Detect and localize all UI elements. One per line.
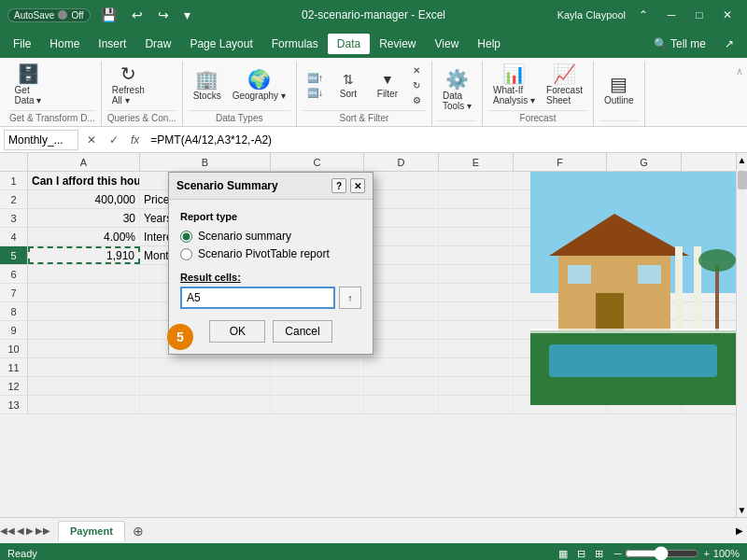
dialog-close-button[interactable]: ✕ — [350, 178, 365, 193]
advanced-button[interactable]: ⚙ — [408, 93, 426, 107]
refresh-all-button[interactable]: ↻ RefreshAll ▾ — [107, 62, 149, 108]
ribbon-buttons-queries: ↻ RefreshAll ▾ — [107, 62, 176, 108]
menu-draw[interactable]: Draw — [135, 34, 180, 54]
share-button[interactable]: ↗ — [715, 34, 743, 54]
maximize-button[interactable]: □ — [687, 3, 712, 27]
right-scrollbar[interactable]: ▲ ▼ — [736, 153, 747, 517]
sheet-main: A B C D E F G 1 Can I afford this house? — [0, 153, 736, 517]
menu-home[interactable]: Home — [40, 34, 89, 54]
ribbon-display-icon[interactable]: ⌃ — [631, 3, 655, 27]
menu-bar: File Home Insert Draw Page Layout Formul… — [0, 30, 747, 58]
stocks-button[interactable]: 🏢 Stocks — [189, 67, 226, 104]
menu-page-layout[interactable]: Page Layout — [180, 34, 261, 54]
result-cells-input[interactable] — [180, 287, 335, 309]
sheet-scroll-next-btn[interactable]: ▶ — [26, 525, 34, 536]
forecast-sheet-button[interactable]: 📈 ForecastSheet — [542, 62, 587, 108]
menu-review[interactable]: Review — [370, 34, 425, 54]
data-tools-label: DataTools ▾ — [443, 91, 472, 111]
result-cells-input-row: ↑ — [180, 287, 361, 309]
close-button[interactable]: ✕ — [715, 3, 740, 27]
ok-button[interactable]: OK — [209, 320, 265, 343]
zoom-minus-btn[interactable]: ─ — [614, 548, 622, 559]
dialog-buttons: OK Cancel — [180, 320, 361, 343]
customize-icon[interactable]: ▾ — [179, 6, 195, 24]
collapse-button[interactable]: ↑ — [339, 287, 361, 309]
radio-scenario-summary[interactable]: Scenario summary — [180, 230, 361, 243]
sort-za-button[interactable]: 🔤↓ — [303, 86, 328, 100]
minimize-button[interactable]: ─ — [659, 3, 684, 27]
autosave-toggle[interactable]: AutoSave Off — [7, 8, 91, 22]
geography-label: Geography ▾ — [233, 91, 286, 101]
radio-pivottable-input[interactable] — [180, 248, 192, 260]
geography-button[interactable]: 🌍 Geography ▾ — [228, 67, 290, 104]
clear-icon: ✕ — [413, 65, 420, 76]
sheet-scroll-prev-btn[interactable]: ◀ — [17, 525, 24, 536]
dialog-title-icons: ? ✕ — [331, 178, 365, 193]
data-tools-button[interactable]: ⚙️ DataTools ▾ — [438, 67, 476, 114]
get-data-button[interactable]: 🗄️ GetData ▾ — [9, 62, 47, 108]
undo-icon[interactable]: ↩ — [127, 6, 148, 24]
menu-data[interactable]: Data — [328, 34, 370, 54]
scroll-up-btn[interactable]: ▲ — [736, 153, 747, 167]
menu-tell-me[interactable]: 🔍 Tell me — [644, 34, 715, 54]
cancel-button[interactable]: Cancel — [273, 320, 331, 343]
dialog-help-button[interactable]: ? — [331, 178, 346, 193]
scrollbar-right-btn[interactable]: ▶ — [732, 525, 747, 536]
refresh-label: RefreshAll ▾ — [112, 85, 145, 105]
zoom-plus-btn[interactable]: + — [703, 548, 709, 559]
geography-icon: 🌍 — [247, 70, 271, 89]
zoom-slider[interactable] — [625, 546, 699, 560]
sheet-scroll-right-btn[interactable]: ▶▶ — [35, 525, 50, 536]
formula-input[interactable] — [147, 132, 743, 148]
dialog-content: Report type Scenario summary Scenario Pi… — [169, 200, 373, 354]
radio-pivottable[interactable]: Scenario PivotTable report — [180, 247, 361, 260]
outline-label: Outline — [604, 95, 634, 105]
sheet-tab-payment[interactable]: Payment — [58, 521, 125, 541]
page-layout-view-btn[interactable]: ⊟ — [573, 547, 589, 561]
dialog-title: Scenario Summary — [176, 179, 278, 192]
menu-insert[interactable]: Insert — [89, 34, 135, 54]
sort-az-button[interactable]: 🔤↑ — [303, 71, 328, 85]
sheet-scroll-left-btn[interactable]: ◀◀ — [0, 525, 15, 536]
scrollbar-thumb[interactable] — [738, 171, 747, 189]
refresh-icon: ↻ — [120, 64, 136, 83]
title-bar-center: 02-scenario-manager - Excel — [302, 8, 445, 21]
title-bar-left: AutoSave Off 💾 ↩ ↪ ▾ — [7, 6, 195, 24]
advanced-icon: ⚙ — [413, 95, 421, 105]
sort-filter-label: Sort & Filter — [303, 110, 426, 126]
sort-za-icon: 🔤↓ — [307, 88, 323, 98]
what-if-analysis-button[interactable]: 📊 What-IfAnalysis ▾ — [488, 62, 540, 108]
outline-label-group — [599, 120, 639, 126]
menu-file[interactable]: File — [4, 34, 40, 54]
formula-cancel-icon[interactable]: ✕ — [82, 132, 101, 148]
get-data-label: GetData ▾ — [15, 85, 42, 105]
h-scrollbar[interactable] — [151, 526, 732, 536]
ribbon: 🗄️ GetData ▾ Get & Transform D... ↻ Refr… — [0, 58, 747, 127]
clear-button[interactable]: ✕ — [408, 63, 426, 77]
sort-button[interactable]: ⇅ Sort — [330, 69, 367, 102]
menu-help[interactable]: Help — [468, 34, 510, 54]
name-box[interactable] — [4, 130, 78, 150]
formula-confirm-icon[interactable]: ✓ — [105, 132, 123, 148]
normal-view-btn[interactable]: ▦ — [555, 547, 571, 561]
filter-button[interactable]: ▼ Filter — [369, 69, 406, 102]
status-right: ▦ ⊟ ⊞ ─ + 100% — [555, 546, 740, 560]
ribbon-buttons-outline: ▤ Outline — [599, 62, 639, 119]
radio-scenario-summary-input[interactable] — [180, 231, 192, 243]
filter-icon: ▼ — [381, 72, 394, 87]
menu-formulas[interactable]: Formulas — [262, 34, 328, 54]
scroll-down-btn[interactable]: ▼ — [736, 503, 747, 517]
save-icon[interactable]: 💾 — [96, 6, 121, 24]
add-sheet-button[interactable]: ⊕ — [125, 520, 151, 542]
reapply-button[interactable]: ↻ — [408, 78, 426, 92]
ribbon-group-data-types: 🏢 Stocks 🌍 Geography ▾ Data Types — [183, 62, 297, 126]
ribbon-collapse-btn[interactable]: ∧ — [736, 65, 743, 77]
page-break-view-btn[interactable]: ⊞ — [591, 547, 607, 561]
sheet-content-area: A B C D E F G 1 Can I afford this house? — [0, 153, 747, 517]
ribbon-group-queries: ↻ RefreshAll ▾ Queries & Con... — [102, 62, 183, 126]
redo-icon[interactable]: ↪ — [153, 6, 174, 24]
sheet-scroll-area: ◀◀ ◀ ▶ ▶▶ — [0, 525, 50, 536]
menu-view[interactable]: View — [426, 34, 469, 54]
outline-button[interactable]: ▤ Outline — [599, 72, 639, 108]
status-bar: Ready ▦ ⊟ ⊞ ─ + 100% — [0, 543, 747, 560]
